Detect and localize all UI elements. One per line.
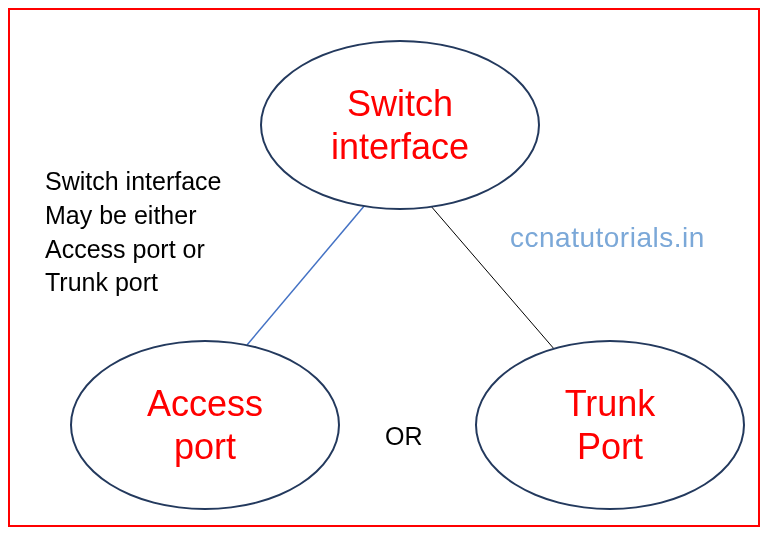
node-left-line1: Access <box>147 383 263 424</box>
node-access-port-label: Access port <box>147 382 263 468</box>
diagram-frame: Switch interface Access port Trunk Port … <box>8 8 760 527</box>
node-access-port: Access port <box>70 340 340 510</box>
node-left-line2: port <box>174 426 236 467</box>
desc-line4: Trunk port <box>45 268 158 296</box>
desc-line3: Access port or <box>45 235 205 263</box>
desc-line1: Switch interface <box>45 167 221 195</box>
node-switch-interface: Switch interface <box>260 40 540 210</box>
description-text: Switch interface May be either Access po… <box>45 165 221 300</box>
desc-line2: May be either <box>45 201 196 229</box>
svg-line-0 <box>247 205 365 345</box>
or-label: OR <box>385 422 423 451</box>
node-trunk-port: Trunk Port <box>475 340 745 510</box>
node-trunk-port-label: Trunk Port <box>565 382 656 468</box>
node-switch-interface-label: Switch interface <box>331 82 469 168</box>
node-right-line2: Port <box>577 426 643 467</box>
watermark: ccnatutorials.in <box>510 222 705 254</box>
node-top-line2: interface <box>331 126 469 167</box>
node-top-line1: Switch <box>347 83 453 124</box>
node-right-line1: Trunk <box>565 383 656 424</box>
